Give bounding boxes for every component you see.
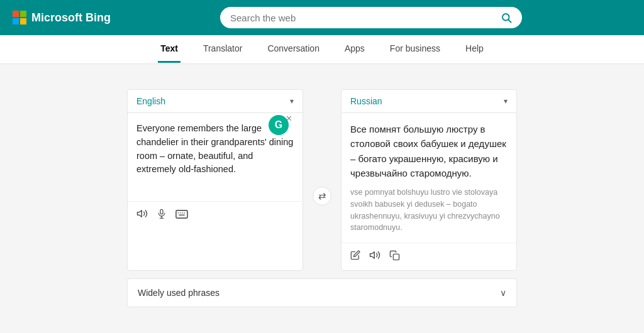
logo-square-blue — [13, 18, 19, 25]
copy-svg-icon — [389, 250, 400, 261]
source-lang-selector[interactable]: English ▾ — [128, 90, 303, 113]
mic-icon — [157, 208, 167, 219]
search-icon — [501, 12, 512, 23]
nav-item-apps[interactable]: Apps — [342, 36, 367, 63]
svg-rect-3 — [160, 209, 163, 214]
svg-rect-13 — [393, 254, 399, 259]
copy-icon[interactable] — [389, 250, 400, 264]
transliteration-text: vse pomnyat bolshuyu lustro vie stolovay… — [341, 183, 516, 243]
nav-item-translator[interactable]: Translator — [201, 36, 245, 63]
search-bar-container — [111, 7, 631, 28]
source-panel: English ▾ Everyone remembers the large c… — [127, 89, 303, 271]
search-bar — [220, 7, 522, 28]
microphone-icon[interactable] — [157, 208, 167, 222]
logo-square-yellow — [20, 18, 26, 25]
nav-item-for-business[interactable]: For business — [387, 36, 443, 63]
speaker-icon[interactable] — [136, 208, 148, 222]
swap-languages-button[interactable]: ⇄ — [313, 187, 331, 205]
widely-used-phrases-bar[interactable]: Widely used phrases ∨ — [127, 278, 517, 307]
audio-icon — [136, 208, 148, 219]
logo-square-green — [20, 11, 26, 17]
logo-text: Microsoft Bing — [31, 11, 111, 25]
keyboard-icon[interactable] — [175, 209, 188, 222]
source-lang-chevron-icon: ▾ — [290, 97, 294, 106]
target-audio-icon — [369, 249, 380, 261]
source-panel-footer — [128, 201, 303, 229]
keyboard-svg-icon — [175, 210, 188, 219]
svg-rect-6 — [176, 210, 187, 217]
phrases-label: Widely used phrases — [138, 288, 219, 298]
target-lang-chevron-icon: ▾ — [504, 97, 508, 106]
translated-text: Все помнят большую люстру в столовой сво… — [341, 113, 516, 183]
target-speaker-icon[interactable] — [369, 249, 380, 264]
svg-marker-2 — [138, 210, 142, 217]
target-panel: Russian ▾ Все помнят большую люстру в ст… — [341, 89, 517, 271]
target-lang-label: Russian — [350, 96, 382, 106]
edit-icon[interactable] — [350, 250, 360, 263]
search-button[interactable] — [501, 12, 512, 23]
translator-container: English ▾ Everyone remembers the large c… — [127, 89, 517, 307]
nav-item-conversation[interactable]: Conversation — [265, 36, 322, 63]
search-input[interactable] — [230, 13, 501, 23]
svg-marker-12 — [370, 252, 375, 259]
nav-item-help[interactable]: Help — [463, 36, 486, 63]
main-content: English ▾ Everyone remembers the large c… — [0, 64, 644, 332]
windows-logo — [13, 11, 26, 25]
swap-area: ⇄ — [311, 89, 333, 271]
nav-item-text[interactable]: Text — [158, 36, 180, 63]
source-lang-label: English — [136, 96, 165, 106]
phrases-chevron-icon: ∨ — [500, 288, 506, 298]
grammarly-letter: G — [275, 119, 282, 131]
panels: English ▾ Everyone remembers the large c… — [127, 89, 517, 271]
nav: Text Translator Conversation Apps For bu… — [0, 35, 644, 64]
logo-area: Microsoft Bing — [13, 11, 111, 25]
pencil-icon — [350, 250, 360, 260]
target-lang-selector[interactable]: Russian ▾ — [341, 90, 516, 113]
logo-square-red — [13, 11, 19, 17]
close-grammarly-button[interactable]: ✕ — [286, 114, 292, 123]
target-panel-footer — [341, 243, 516, 270]
svg-line-1 — [508, 19, 511, 22]
header: Microsoft Bing — [0, 0, 644, 35]
